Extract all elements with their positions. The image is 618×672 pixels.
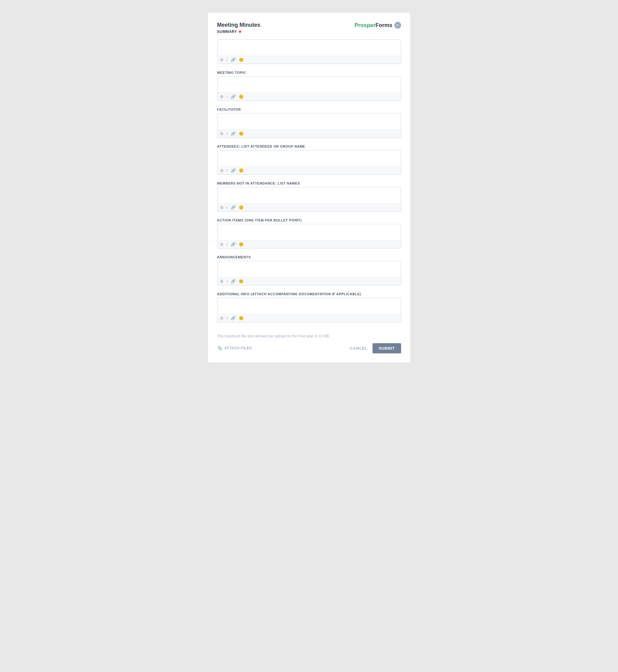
paperclip-icon: 📎	[217, 346, 222, 351]
close-button[interactable]: ×	[394, 22, 401, 29]
attendees-link-button[interactable]: 🔗	[231, 169, 236, 173]
facilitator-editor: B I 🔗 🙂	[217, 113, 401, 138]
attendees-label: ATTENDEES: LIST ATTENDEES OR GROUP NAME	[217, 144, 401, 148]
meeting-topic-emoji-button[interactable]: 🙂	[239, 95, 244, 99]
brand-forms: Forms	[375, 22, 392, 29]
facilitator-label: FACILITATOR	[217, 108, 401, 111]
announcements-link-button[interactable]: 🔗	[231, 279, 236, 283]
attach-files-button[interactable]: 📎 ATTACH FILES	[217, 346, 252, 351]
announcements-emoji-button[interactable]: 🙂	[239, 279, 244, 283]
field-additional-info: ADDITIONAL INFO (ATTACH ACCOMPANYING DOC…	[217, 292, 401, 322]
form-footer: The maximum file size allowed per upload…	[217, 329, 401, 353]
action-items-link-button[interactable]: 🔗	[231, 242, 236, 246]
form-header: Meeting Minutes SUMMARY ★ Prosper Forms …	[217, 22, 401, 34]
subtitle-row: SUMMARY ★	[217, 29, 261, 34]
members-not-attending-label: MEMBERS NOT IN ATTENDANCE: LIST NAMES	[217, 182, 401, 185]
required-star: ★	[238, 29, 242, 34]
facilitator-input[interactable]	[217, 113, 401, 128]
facilitator-toolbar: B I 🔗 🙂	[217, 129, 401, 137]
submit-button[interactable]: SUBMIT	[373, 343, 401, 353]
members-not-attending-input[interactable]	[217, 187, 401, 202]
summary-link-button[interactable]: 🔗	[231, 58, 236, 62]
attendees-bold-button[interactable]: B	[221, 169, 223, 173]
announcements-toolbar: B I 🔗 🙂	[217, 277, 401, 285]
additional-info-input[interactable]	[217, 298, 401, 313]
announcements-label: ANNOUNCEMENTS	[217, 255, 401, 259]
right-actions: CANCEL SUBMIT	[350, 343, 401, 353]
additional-info-emoji-button[interactable]: 🙂	[239, 316, 244, 320]
attendees-input[interactable]	[217, 150, 401, 165]
summary-italic-button[interactable]: I	[226, 58, 228, 62]
attendees-toolbar: B I 🔗 🙂	[217, 166, 401, 175]
logo-close-group: Prosper Forms ×	[354, 22, 401, 29]
attendees-editor: B I 🔗 🙂	[217, 150, 401, 175]
additional-info-italic-button[interactable]: I	[226, 316, 228, 320]
additional-info-editor: B I 🔗 🙂	[217, 298, 401, 322]
announcements-input[interactable]	[217, 261, 401, 276]
action-items-toolbar: B I 🔗 🙂	[217, 240, 401, 248]
facilitator-bold-button[interactable]: B	[221, 132, 223, 136]
summary-emoji-button[interactable]: 🙂	[239, 58, 244, 62]
additional-info-link-button[interactable]: 🔗	[231, 316, 236, 320]
form-title: Meeting Minutes	[217, 22, 261, 29]
field-members-not-attending: MEMBERS NOT IN ATTENDANCE: LIST NAMES B …	[217, 182, 401, 212]
summary-input[interactable]	[217, 40, 401, 54]
members-emoji-button[interactable]: 🙂	[239, 205, 244, 209]
form-container: Meeting Minutes SUMMARY ★ Prosper Forms …	[208, 12, 411, 363]
action-items-label: ACTION ITEMS (ONE ITEM PER BULLET POINT)	[217, 218, 401, 222]
attendees-italic-button[interactable]: I	[226, 169, 228, 173]
action-items-bold-button[interactable]: B	[221, 242, 223, 246]
members-bold-button[interactable]: B	[221, 205, 223, 209]
announcements-bold-button[interactable]: B	[221, 279, 223, 283]
brand-prosper: Prosper	[354, 22, 375, 29]
announcements-italic-button[interactable]: I	[226, 279, 228, 283]
meeting-topic-link-button[interactable]: 🔗	[231, 95, 236, 99]
action-items-emoji-button[interactable]: 🙂	[239, 242, 244, 246]
summary-toolbar: B I 🔗 🙂	[217, 56, 401, 64]
summary-bold-button[interactable]: B	[221, 58, 223, 62]
facilitator-italic-button[interactable]: I	[226, 132, 228, 136]
meeting-topic-input[interactable]	[217, 77, 401, 91]
additional-info-toolbar: B I 🔗 🙂	[217, 314, 401, 322]
field-facilitator: FACILITATOR B I 🔗 🙂	[217, 108, 401, 138]
action-items-editor: B I 🔗 🙂	[217, 224, 401, 248]
meeting-topic-toolbar: B I 🔗 🙂	[217, 93, 401, 101]
form-actions: 📎 ATTACH FILES CANCEL SUBMIT	[217, 343, 401, 353]
additional-info-label: ADDITIONAL INFO (ATTACH ACCOMPANYING DOC…	[217, 292, 401, 296]
meeting-topic-editor: B I 🔗 🙂	[217, 76, 401, 101]
action-items-italic-button[interactable]: I	[226, 242, 228, 246]
field-meeting-topic: MEETING TOPIC B I 🔗 🙂	[217, 71, 401, 101]
form-subtitle: SUMMARY	[217, 29, 237, 34]
action-items-input[interactable]	[217, 224, 401, 239]
header-left: Meeting Minutes SUMMARY ★	[217, 22, 261, 34]
field-announcements: ANNOUNCEMENTS B I 🔗 🙂	[217, 255, 401, 286]
additional-info-bold-button[interactable]: B	[221, 316, 223, 320]
meeting-topic-italic-button[interactable]: I	[226, 95, 228, 99]
field-attendees: ATTENDEES: LIST ATTENDEES OR GROUP NAME …	[217, 144, 401, 175]
meeting-topic-label: MEETING TOPIC	[217, 71, 401, 75]
members-not-attending-editor: B I 🔗 🙂	[217, 187, 401, 212]
facilitator-link-button[interactable]: 🔗	[231, 132, 236, 136]
meeting-topic-bold-button[interactable]: B	[221, 95, 223, 99]
members-italic-button[interactable]: I	[226, 205, 228, 209]
field-summary: B I 🔗 🙂	[217, 39, 401, 64]
cancel-button[interactable]: CANCEL	[350, 346, 367, 351]
announcements-editor: B I 🔗 🙂	[217, 261, 401, 286]
members-link-button[interactable]: 🔗	[231, 205, 236, 209]
attendees-emoji-button[interactable]: 🙂	[239, 169, 244, 173]
facilitator-emoji-button[interactable]: 🙂	[239, 132, 244, 136]
field-action-items: ACTION ITEMS (ONE ITEM PER BULLET POINT)…	[217, 218, 401, 248]
summary-editor: B I 🔗 🙂	[217, 39, 401, 64]
attach-files-label: ATTACH FILES	[224, 346, 252, 350]
members-not-attending-toolbar: B I 🔗 🙂	[217, 203, 401, 211]
file-size-note: The maximum file size allowed per upload…	[217, 334, 401, 338]
brand-logo: Prosper Forms	[354, 22, 392, 29]
